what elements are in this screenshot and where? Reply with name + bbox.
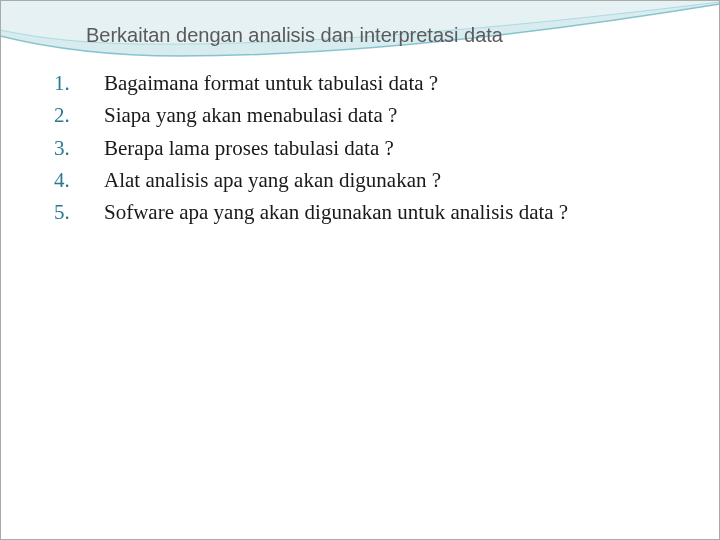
list-item: 4. Alat analisis apa yang akan digunakan… bbox=[48, 166, 672, 194]
list-item: 1. Bagaimana format untuk tabulasi data … bbox=[48, 69, 672, 97]
item-text: Sofware apa yang akan digunakan untuk an… bbox=[104, 198, 672, 226]
slide-content: Berkaitan dengan analisis dan interpreta… bbox=[0, 0, 720, 227]
list-item: 3. Berapa lama proses tabulasi data ? bbox=[48, 134, 672, 162]
item-text: Berapa lama proses tabulasi data ? bbox=[104, 134, 672, 162]
item-number: 1. bbox=[48, 69, 104, 97]
item-number: 5. bbox=[48, 198, 104, 226]
item-text: Alat analisis apa yang akan digunakan ? bbox=[104, 166, 672, 194]
item-number: 2. bbox=[48, 101, 104, 129]
item-text: Siapa yang akan menabulasi data ? bbox=[104, 101, 672, 129]
list-item: 2. Siapa yang akan menabulasi data ? bbox=[48, 101, 672, 129]
numbered-list: 1. Bagaimana format untuk tabulasi data … bbox=[48, 69, 672, 227]
item-text: Bagaimana format untuk tabulasi data ? bbox=[104, 69, 672, 97]
slide-title: Berkaitan dengan analisis dan interpreta… bbox=[86, 24, 672, 47]
item-number: 3. bbox=[48, 134, 104, 162]
list-item: 5. Sofware apa yang akan digunakan untuk… bbox=[48, 198, 672, 226]
item-number: 4. bbox=[48, 166, 104, 194]
